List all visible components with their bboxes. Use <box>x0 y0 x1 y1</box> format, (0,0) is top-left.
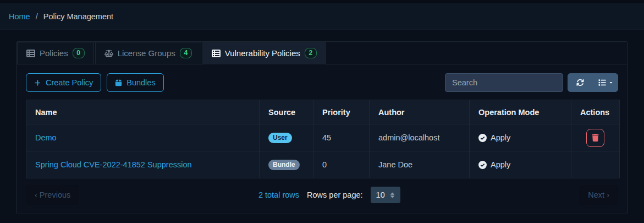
operation-mode: Apply <box>478 133 562 142</box>
author-value: Jane Doe <box>378 160 412 169</box>
scales-icon <box>104 49 113 58</box>
policies-table: Name Source Priority Author Operation Mo… <box>26 100 620 178</box>
sort-arrows-icon <box>390 192 395 198</box>
header-author: Author <box>370 100 470 124</box>
list-columns-icon <box>598 79 606 86</box>
source-badge: User <box>268 133 292 143</box>
tab-vulnerability-policies[interactable]: Vulnerability Policies 2 <box>202 42 326 64</box>
operation-mode-label: Apply <box>491 160 510 169</box>
breadcrumb-home-link[interactable]: Home <box>9 12 30 21</box>
policy-name-link[interactable]: Demo <box>35 133 57 142</box>
tab-policies[interactable]: Policies 0 <box>17 42 94 64</box>
header-source: Source <box>260 100 313 124</box>
delete-policy-button[interactable] <box>586 129 604 147</box>
refresh-icon <box>576 79 584 86</box>
policy-management-card: Policies 0 License Groups 4 Vulnerabilit… <box>16 41 628 214</box>
bundles-button[interactable]: Bundles <box>107 73 163 92</box>
tab-count-badge: 2 <box>305 48 317 58</box>
total-rows-link[interactable]: 2 total rows <box>258 191 299 199</box>
source-badge: Bundle <box>268 160 300 170</box>
table-header-row: Name Source Priority Author Operation Mo… <box>26 100 620 124</box>
header-operation-mode: Operation Mode <box>470 100 571 124</box>
box-icon <box>115 79 122 86</box>
caret-down-icon <box>609 80 613 85</box>
trash-icon <box>592 134 599 142</box>
operation-mode: Apply <box>478 160 562 169</box>
header-actions: Actions <box>571 100 620 124</box>
refresh-button[interactable] <box>568 73 593 92</box>
header-priority: Priority <box>313 100 370 124</box>
breadcrumb-current: Policy Management <box>43 12 113 21</box>
create-policy-button[interactable]: Create Policy <box>26 73 101 92</box>
tab-label: License Groups <box>118 48 175 58</box>
tab-count-badge: 4 <box>180 48 192 58</box>
tab-license-groups[interactable]: License Groups 4 <box>95 42 201 64</box>
table-row: Demo User 45 admin@localhost Apply <box>26 124 620 151</box>
priority-value: 45 <box>322 133 331 142</box>
table-list-icon <box>212 49 221 58</box>
breadcrumb-separator: / <box>36 12 38 21</box>
table-row: Spring Cloud CVE-2022-41852 Suppression … <box>26 151 620 178</box>
breadcrumb-bar: Home / Policy Management <box>0 3 644 30</box>
next-page-button[interactable]: Next › <box>579 185 618 205</box>
check-circle-icon <box>478 134 487 142</box>
tab-label: Policies <box>40 48 68 58</box>
bundles-label: Bundles <box>126 78 155 87</box>
operation-mode-label: Apply <box>491 133 510 142</box>
author-value: admin@localhost <box>378 133 439 142</box>
rows-per-page-value: 10 <box>376 191 385 199</box>
tab-bar: Policies 0 License Groups 4 Vulnerabilit… <box>17 42 627 64</box>
pagination-bar: ‹ Previous 2 total rows Rows per page: 1… <box>26 185 618 205</box>
pagination-center: 2 total rows Rows per page: 10 <box>79 187 579 203</box>
vulnerability-policies-panel: Create Policy Bundles <box>17 64 627 214</box>
tab-count-badge: 0 <box>73 48 85 58</box>
header-name: Name <box>26 100 260 124</box>
plus-icon <box>34 79 41 86</box>
check-circle-icon <box>478 161 487 169</box>
previous-page-button[interactable]: ‹ Previous <box>26 185 79 205</box>
rows-per-page-select[interactable]: 10 <box>371 187 400 203</box>
columns-dropdown-button[interactable] <box>593 73 618 92</box>
table-options-group <box>568 73 618 92</box>
search-input[interactable] <box>445 73 563 92</box>
create-policy-label: Create Policy <box>46 78 93 87</box>
policy-name-link[interactable]: Spring Cloud CVE-2022-41852 Suppression <box>35 160 192 169</box>
tab-label: Vulnerability Policies <box>225 48 300 58</box>
table-list-icon <box>26 49 35 58</box>
rows-per-page-label: Rows per page: <box>307 191 363 199</box>
toolbar: Create Policy Bundles <box>26 73 618 92</box>
priority-value: 0 <box>322 160 327 169</box>
